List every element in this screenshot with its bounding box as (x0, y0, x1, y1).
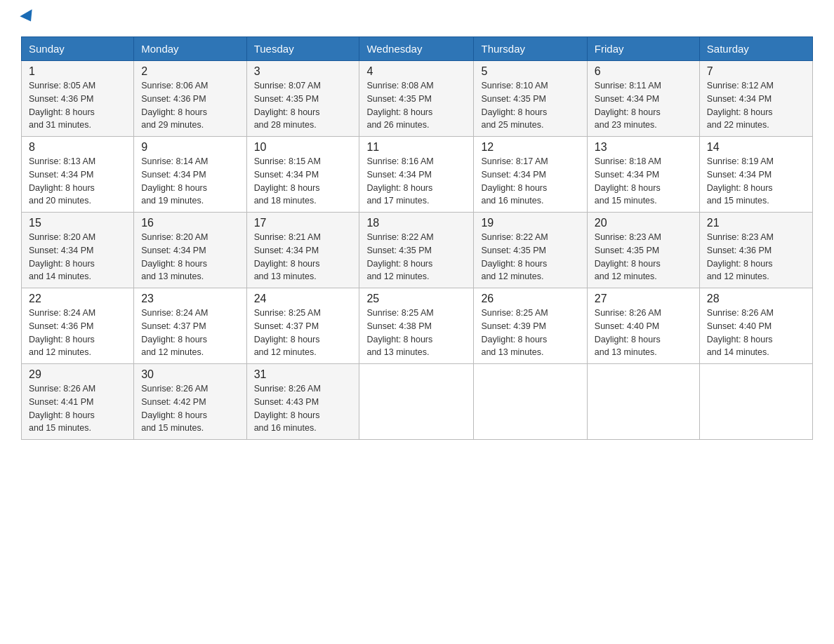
calendar-week-row: 1Sunrise: 8:05 AMSunset: 4:36 PMDaylight… (22, 61, 813, 137)
day-number: 18 (366, 217, 466, 229)
day-number: 1 (29, 65, 126, 78)
day-number: 27 (595, 293, 692, 305)
calendar-day-cell: 31Sunrise: 8:26 AMSunset: 4:43 PMDayligh… (246, 364, 359, 440)
day-info: Sunrise: 8:16 AMSunset: 4:34 PMDaylight:… (366, 155, 466, 208)
calendar-day-cell: 6Sunrise: 8:11 AMSunset: 4:34 PMDaylight… (587, 61, 699, 137)
day-number: 5 (481, 65, 579, 78)
calendar-day-cell (474, 364, 587, 440)
day-number: 26 (481, 293, 579, 305)
calendar-day-cell: 27Sunrise: 8:26 AMSunset: 4:40 PMDayligh… (587, 288, 699, 364)
calendar-day-cell: 11Sunrise: 8:16 AMSunset: 4:34 PMDayligh… (359, 137, 474, 213)
day-number: 24 (254, 293, 352, 305)
day-info: Sunrise: 8:26 AMSunset: 4:43 PMDaylight:… (254, 382, 352, 435)
day-number: 25 (366, 293, 466, 305)
calendar-week-row: 22Sunrise: 8:24 AMSunset: 4:36 PMDayligh… (22, 288, 813, 364)
calendar-day-cell: 23Sunrise: 8:24 AMSunset: 4:37 PMDayligh… (134, 288, 246, 364)
day-info: Sunrise: 8:22 AMSunset: 4:35 PMDaylight:… (481, 231, 579, 283)
day-number: 2 (141, 65, 239, 78)
calendar-week-row: 15Sunrise: 8:20 AMSunset: 4:34 PMDayligh… (22, 213, 813, 288)
calendar-table: SundayMondayTuesdayWednesdayThursdayFrid… (21, 36, 813, 440)
calendar-day-cell: 19Sunrise: 8:22 AMSunset: 4:35 PMDayligh… (474, 213, 587, 288)
calendar-day-cell: 2Sunrise: 8:06 AMSunset: 4:36 PMDaylight… (134, 61, 246, 137)
calendar-day-cell: 29Sunrise: 8:26 AMSunset: 4:41 PMDayligh… (22, 364, 134, 440)
calendar-day-cell: 15Sunrise: 8:20 AMSunset: 4:34 PMDayligh… (22, 213, 134, 288)
day-number: 31 (254, 368, 352, 381)
day-info: Sunrise: 8:20 AMSunset: 4:34 PMDaylight:… (29, 231, 126, 283)
calendar-day-cell: 28Sunrise: 8:26 AMSunset: 4:40 PMDayligh… (699, 288, 812, 364)
day-number: 9 (141, 141, 239, 154)
calendar-day-cell: 20Sunrise: 8:23 AMSunset: 4:35 PMDayligh… (587, 213, 699, 288)
day-info: Sunrise: 8:26 AMSunset: 4:40 PMDaylight:… (595, 307, 692, 359)
day-info: Sunrise: 8:25 AMSunset: 4:38 PMDaylight:… (366, 307, 466, 359)
calendar-day-cell: 21Sunrise: 8:23 AMSunset: 4:36 PMDayligh… (699, 213, 812, 288)
day-info: Sunrise: 8:26 AMSunset: 4:40 PMDaylight:… (707, 307, 805, 359)
weekday-header: Tuesday (246, 37, 359, 61)
weekday-header: Wednesday (359, 37, 474, 61)
weekday-header: Saturday (699, 37, 812, 61)
day-number: 14 (707, 141, 805, 154)
day-info: Sunrise: 8:25 AMSunset: 4:39 PMDaylight:… (481, 307, 579, 359)
weekday-header: Thursday (474, 37, 587, 61)
day-number: 15 (29, 217, 126, 229)
day-info: Sunrise: 8:23 AMSunset: 4:35 PMDaylight:… (595, 231, 692, 283)
day-info: Sunrise: 8:26 AMSunset: 4:41 PMDaylight:… (29, 382, 126, 435)
logo-triangle-icon (20, 9, 37, 25)
day-info: Sunrise: 8:24 AMSunset: 4:36 PMDaylight:… (29, 307, 126, 359)
day-number: 4 (366, 65, 466, 78)
calendar-day-cell: 24Sunrise: 8:25 AMSunset: 4:37 PMDayligh… (246, 288, 359, 364)
calendar-day-cell: 9Sunrise: 8:14 AMSunset: 4:34 PMDaylight… (134, 137, 246, 213)
day-info: Sunrise: 8:05 AMSunset: 4:36 PMDaylight:… (29, 79, 126, 132)
day-info: Sunrise: 8:23 AMSunset: 4:36 PMDaylight:… (707, 231, 805, 283)
day-info: Sunrise: 8:17 AMSunset: 4:34 PMDaylight:… (481, 155, 579, 208)
day-info: Sunrise: 8:20 AMSunset: 4:34 PMDaylight:… (141, 231, 239, 283)
day-number: 17 (254, 217, 352, 229)
day-info: Sunrise: 8:24 AMSunset: 4:37 PMDaylight:… (141, 307, 239, 359)
calendar-day-cell: 30Sunrise: 8:26 AMSunset: 4:42 PMDayligh… (134, 364, 246, 440)
calendar-day-cell: 18Sunrise: 8:22 AMSunset: 4:35 PMDayligh… (359, 213, 474, 288)
day-number: 6 (595, 65, 692, 78)
day-number: 22 (29, 293, 126, 305)
calendar-day-cell: 8Sunrise: 8:13 AMSunset: 4:34 PMDaylight… (22, 137, 134, 213)
calendar-day-cell: 3Sunrise: 8:07 AMSunset: 4:35 PMDaylight… (246, 61, 359, 137)
page-header (21, 14, 813, 24)
day-info: Sunrise: 8:07 AMSunset: 4:35 PMDaylight:… (254, 79, 352, 132)
day-info: Sunrise: 8:21 AMSunset: 4:34 PMDaylight:… (254, 231, 352, 283)
weekday-header: Monday (134, 37, 246, 61)
calendar-day-cell: 26Sunrise: 8:25 AMSunset: 4:39 PMDayligh… (474, 288, 587, 364)
calendar-day-cell: 13Sunrise: 8:18 AMSunset: 4:34 PMDayligh… (587, 137, 699, 213)
day-info: Sunrise: 8:12 AMSunset: 4:34 PMDaylight:… (707, 79, 805, 132)
calendar-week-row: 29Sunrise: 8:26 AMSunset: 4:41 PMDayligh… (22, 364, 813, 440)
calendar-day-cell: 5Sunrise: 8:10 AMSunset: 4:35 PMDaylight… (474, 61, 587, 137)
calendar-day-cell: 1Sunrise: 8:05 AMSunset: 4:36 PMDaylight… (22, 61, 134, 137)
day-info: Sunrise: 8:26 AMSunset: 4:42 PMDaylight:… (141, 382, 239, 435)
day-info: Sunrise: 8:14 AMSunset: 4:34 PMDaylight:… (141, 155, 239, 208)
day-number: 3 (254, 65, 352, 78)
day-info: Sunrise: 8:19 AMSunset: 4:34 PMDaylight:… (707, 155, 805, 208)
weekday-header: Friday (587, 37, 699, 61)
day-info: Sunrise: 8:25 AMSunset: 4:37 PMDaylight:… (254, 307, 352, 359)
day-info: Sunrise: 8:22 AMSunset: 4:35 PMDaylight:… (366, 231, 466, 283)
day-info: Sunrise: 8:13 AMSunset: 4:34 PMDaylight:… (29, 155, 126, 208)
logo (21, 14, 37, 24)
calendar-day-cell: 10Sunrise: 8:15 AMSunset: 4:34 PMDayligh… (246, 137, 359, 213)
calendar-day-cell (699, 364, 812, 440)
calendar-day-cell: 22Sunrise: 8:24 AMSunset: 4:36 PMDayligh… (22, 288, 134, 364)
day-info: Sunrise: 8:06 AMSunset: 4:36 PMDaylight:… (141, 79, 239, 132)
day-number: 8 (29, 141, 126, 154)
day-info: Sunrise: 8:10 AMSunset: 4:35 PMDaylight:… (481, 79, 579, 132)
calendar-week-row: 8Sunrise: 8:13 AMSunset: 4:34 PMDaylight… (22, 137, 813, 213)
calendar-day-cell: 25Sunrise: 8:25 AMSunset: 4:38 PMDayligh… (359, 288, 474, 364)
calendar-day-cell: 14Sunrise: 8:19 AMSunset: 4:34 PMDayligh… (699, 137, 812, 213)
calendar-day-cell: 12Sunrise: 8:17 AMSunset: 4:34 PMDayligh… (474, 137, 587, 213)
day-number: 10 (254, 141, 352, 154)
calendar-day-cell (359, 364, 474, 440)
day-number: 30 (141, 368, 239, 381)
day-number: 13 (595, 141, 692, 154)
day-number: 7 (707, 65, 805, 78)
weekday-header-row: SundayMondayTuesdayWednesdayThursdayFrid… (22, 37, 813, 61)
calendar-day-cell: 17Sunrise: 8:21 AMSunset: 4:34 PMDayligh… (246, 213, 359, 288)
day-info: Sunrise: 8:08 AMSunset: 4:35 PMDaylight:… (366, 79, 466, 132)
calendar-day-cell: 7Sunrise: 8:12 AMSunset: 4:34 PMDaylight… (699, 61, 812, 137)
day-info: Sunrise: 8:11 AMSunset: 4:34 PMDaylight:… (595, 79, 692, 132)
day-number: 28 (707, 293, 805, 305)
